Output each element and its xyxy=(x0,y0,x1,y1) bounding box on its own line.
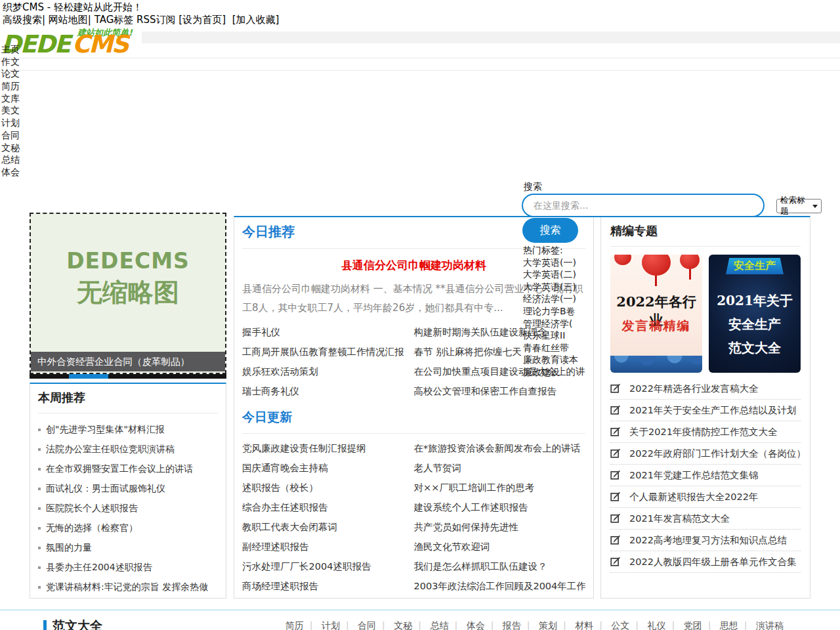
footer-category-link[interactable]: 计划 xyxy=(322,620,340,630)
search-button[interactable]: 搜索 xyxy=(522,218,578,243)
article-link[interactable]: 渔民文化节欢迎词 xyxy=(414,537,586,556)
hot-tag-link[interactable]: 管理经济学( xyxy=(523,318,578,330)
hot-tag-link[interactable]: 大学英语(三) xyxy=(523,281,578,293)
top-link[interactable]: 网站地图 xyxy=(49,14,88,26)
slider-thumbnail[interactable]: DEDECMS 无缩略图 中外合资经营企业合同（皮革制品） xyxy=(30,213,226,374)
top-link[interactable]: TAG标签 xyxy=(94,14,134,26)
topic-banner-2022-speeches[interactable]: 2022年各行业 发言稿精编 xyxy=(610,255,702,373)
footer-category-link[interactable]: 体会 xyxy=(467,620,485,630)
search-input[interactable] xyxy=(522,194,765,217)
footer-category-link[interactable]: 简历 xyxy=(285,620,304,630)
weekly-list-item[interactable]: 在全市双拥暨安置工作会议上的讲话 xyxy=(38,459,218,479)
footer-category-link[interactable]: 思想 xyxy=(720,620,738,630)
footer-category-link[interactable]: 演讲稿 xyxy=(756,620,784,630)
carousel-scrollbar[interactable] xyxy=(69,374,108,379)
topic-list-item[interactable]: 2022人教版四年级上册各单元作文合集 xyxy=(610,551,801,573)
topic-banner-2021-safety[interactable]: 安全生产 2021年关于 安全生产 范文大全 xyxy=(709,255,801,373)
article-link[interactable]: 在*旅游投资洽谈会新闻发布会上的讲话 xyxy=(414,438,586,458)
slider-indicator-track[interactable] xyxy=(30,374,226,379)
nav-item[interactable]: 合同 xyxy=(1,129,20,142)
edit-icon xyxy=(610,383,621,394)
nav-item[interactable]: 文秘 xyxy=(1,142,20,154)
footer-category-link[interactable]: 材料 xyxy=(575,620,593,630)
topic-list-item[interactable]: 2022年政府部门工作计划大全（各岗位） xyxy=(610,443,801,465)
article-link[interactable]: 副经理述职报告 xyxy=(242,537,414,556)
weekly-list: 创"先进学习型集体"材料汇报 法院办公室主任职位竞职演讲稿 在全市双拥暨安置工作… xyxy=(38,420,218,597)
hot-tag-link[interactable]: 经济法学(一) xyxy=(523,293,578,305)
footer-category-link[interactable]: 文秘 xyxy=(394,620,412,630)
square-bullet-icon xyxy=(38,566,41,569)
article-link[interactable]: 建设系统个人工作述职报告 xyxy=(414,497,586,517)
article-link[interactable]: 握手礼仪 xyxy=(242,322,414,342)
article-link[interactable]: 对××厂职工培训工作的思考 xyxy=(414,478,586,497)
top-link[interactable]: 高级搜索 xyxy=(3,14,42,26)
nav-item[interactable]: 美文 xyxy=(1,104,20,117)
top-link[interactable]: RSS订阅 xyxy=(136,14,175,26)
article-link[interactable]: 工商局开展队伍教育整顿工作情况汇报 xyxy=(242,342,414,362)
article-link[interactable]: 瑞士商务礼仪 xyxy=(242,381,414,401)
nav-item[interactable]: 主页 xyxy=(1,43,20,56)
updates-title: 今日更新 xyxy=(242,410,292,424)
topic-list-item[interactable]: 2021年关于安全生产工作总结以及计划 xyxy=(610,400,801,421)
footer-category-link[interactable]: 策划 xyxy=(539,620,557,630)
topic-item-label: 2021年党建工作总结范文集锦 xyxy=(629,469,758,482)
top-link[interactable]: [设为首页] xyxy=(178,14,226,26)
footer-category-link[interactable]: 公文 xyxy=(611,620,629,630)
search-scope-select[interactable]: 检索标题 xyxy=(776,199,822,213)
footer-category-link[interactable]: 总结 xyxy=(430,620,448,630)
footer-category-link[interactable]: 报告 xyxy=(503,620,521,630)
site-logo[interactable]: 建站如此简单! DEDECMS xyxy=(0,26,142,58)
hot-tag-link[interactable]: 大学英语(一) xyxy=(523,257,578,269)
weekly-list-item[interactable]: 创"先进学习型集体"材料汇报 xyxy=(38,420,218,440)
footer-category-link[interactable]: 党团 xyxy=(684,620,702,630)
article-link[interactable]: 综合办主任述职报告 xyxy=(242,497,414,517)
top-link[interactable]: [加入收藏] xyxy=(232,14,280,26)
hot-tag-link[interactable]: 廉政建设 xyxy=(523,366,578,379)
weekly-list-item[interactable]: 党课讲稿材料:牢记党的宗旨 发挥余热做 xyxy=(38,578,218,597)
header-divider-2 xyxy=(0,70,840,71)
square-bullet-icon xyxy=(38,507,41,510)
nav-item[interactable]: 计划 xyxy=(1,117,20,129)
weekly-list-item[interactable]: 无悔的选择（检察官） xyxy=(38,518,218,538)
article-link[interactable]: 老人节贺词 xyxy=(414,458,586,478)
weekly-list-item[interactable]: 法院办公室主任职位竞职演讲稿 xyxy=(38,440,218,459)
article-link[interactable]: 我们是怎么样抓职工队伍建设？ xyxy=(414,556,586,576)
hot-tag-link[interactable]: 理论力学B卷 xyxy=(523,305,578,318)
nav-item[interactable]: 论文 xyxy=(1,68,20,80)
weekly-list-item[interactable]: 面试礼仪：男士面试服饰礼仪 xyxy=(38,479,218,499)
topic-list-item[interactable]: 2022年精选各行业发言稿大全 xyxy=(610,378,801,400)
weekly-list-item[interactable]: 县委办主任2004述职报告 xyxy=(38,558,218,578)
article-link[interactable]: 国庆通宵晚会主持稿 xyxy=(242,458,414,478)
footer-category-link[interactable]: 礼仪 xyxy=(647,620,665,630)
topic-list-item[interactable]: 2022高考地理复习方法和知识点总结 xyxy=(610,530,801,551)
article-link[interactable]: 述职报告（校长） xyxy=(242,478,414,497)
nav-item[interactable]: 总结 xyxy=(1,154,20,166)
hot-tag-link[interactable]: 大学英语(二) xyxy=(523,268,578,281)
footer-category-link[interactable]: 合同 xyxy=(358,620,376,630)
article-link[interactable]: 2003年政法综治工作回顾及2004年工作 xyxy=(414,576,586,596)
slider-caption[interactable]: 中外合资经营企业合同（皮革制品） xyxy=(31,352,225,371)
topic-list-item[interactable]: 个人最新述职报告大全2022年 xyxy=(610,486,801,508)
weekly-list-item[interactable]: 医院院长个人述职报告 xyxy=(38,499,218,518)
nav-item[interactable]: 体会 xyxy=(1,166,20,178)
article-link[interactable]: 党风廉政建设责任制汇报提纲 xyxy=(242,438,414,458)
article-link[interactable]: 商场经理述职报告 xyxy=(242,576,414,596)
hot-tag-link[interactable]: 快乐星球II xyxy=(523,329,578,342)
edit-icon xyxy=(610,405,621,415)
article-link[interactable]: 污水处理厂厂长2004述职报告 xyxy=(242,556,414,576)
nav-item[interactable]: 作文 xyxy=(1,56,20,68)
article-link[interactable]: 娱乐狂欢活动策划 xyxy=(242,362,414,381)
article-link[interactable]: 教职工代表大会闭幕词 xyxy=(242,517,414,537)
weekly-list-item[interactable]: 氛围的力量 xyxy=(38,538,218,558)
topic-list-item[interactable]: 2021年党建工作总结范文集锦 xyxy=(610,465,801,486)
article-link[interactable]: 高校公文管理和保密工作自查报告 xyxy=(414,381,586,401)
hot-tag-link[interactable]: 青春红丝带 xyxy=(523,342,578,354)
nav-item[interactable]: 简历 xyxy=(1,80,20,93)
nav-item[interactable]: 文库 xyxy=(1,93,20,105)
footer-link-separator: | xyxy=(485,620,500,630)
article-link[interactable]: 共产党员如何保持先进性 xyxy=(414,517,586,537)
topic-list-item[interactable]: 2021年发言稿范文大全 xyxy=(610,508,801,530)
topics-title: 精编专题 xyxy=(610,224,658,238)
topic-list-item[interactable]: 关于2021年疫情防控工作范文大全 xyxy=(610,421,801,443)
hot-tag-link[interactable]: 廉政教育读本 xyxy=(523,354,578,366)
